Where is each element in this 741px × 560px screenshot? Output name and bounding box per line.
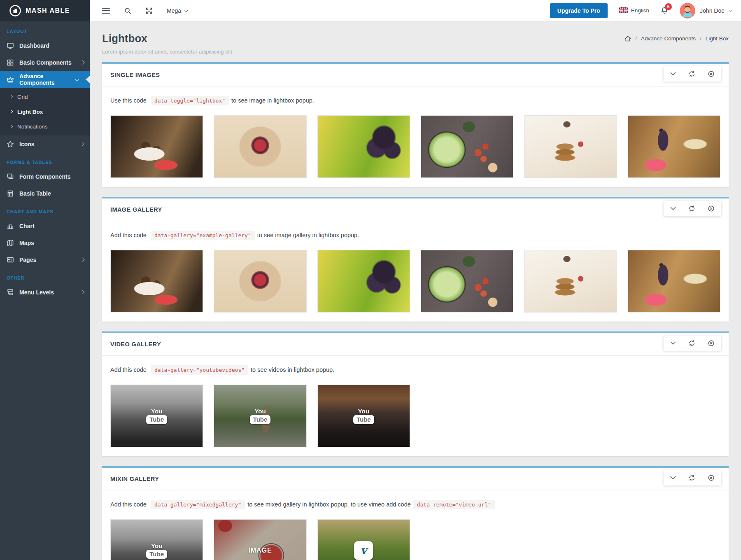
close-circle-icon[interactable] bbox=[708, 205, 715, 212]
notification-count-badge: 5 bbox=[665, 3, 672, 10]
chevron-right-icon bbox=[81, 142, 85, 146]
card-header: IMAGE GALLERY bbox=[102, 198, 729, 221]
video-thumbnail-sunset-silhouettes[interactable]: YouTube bbox=[317, 385, 410, 447]
collapse-chevron-icon[interactable] bbox=[670, 341, 676, 345]
photo-grape-vine[interactable] bbox=[317, 250, 410, 313]
sidebar-item-pages[interactable]: Pages bbox=[0, 251, 90, 268]
crown-icon bbox=[7, 76, 14, 83]
sidebar-item-form-components[interactable]: Form Components bbox=[0, 168, 90, 185]
monitor-icon bbox=[7, 42, 14, 49]
photo-strawberry-tart[interactable]: IMAGE bbox=[214, 519, 306, 560]
photo-pancake-stack[interactable] bbox=[524, 250, 617, 313]
card-header: MIXIN GALLERY bbox=[102, 468, 729, 490]
breadcrumb-separator: / bbox=[635, 35, 637, 42]
avatar bbox=[680, 3, 695, 19]
refresh-icon[interactable] bbox=[688, 474, 695, 481]
code-snippet: data-gallery="youtubevideos" bbox=[151, 365, 248, 375]
image-overlay-label: IMAGE bbox=[248, 547, 272, 554]
hamburger-menu-icon[interactable] bbox=[102, 7, 110, 14]
user-menu[interactable]: John Doe bbox=[680, 3, 732, 19]
youtube-logo: YouTube bbox=[250, 408, 271, 424]
close-circle-icon[interactable] bbox=[708, 474, 715, 481]
photo-berry-parfait[interactable] bbox=[628, 250, 720, 313]
collapse-chevron-icon[interactable] bbox=[670, 207, 676, 210]
sidebar-subitem-label: Light Box bbox=[17, 109, 43, 115]
code-snippet: data-toggle="lightbox" bbox=[151, 96, 229, 105]
sidebar-item-chart[interactable]: Chart bbox=[0, 217, 90, 234]
refresh-icon[interactable] bbox=[688, 340, 695, 347]
collapse-chevron-icon[interactable] bbox=[670, 72, 676, 76]
refresh-icon[interactable] bbox=[688, 205, 695, 212]
sidebar-item-menu-levels[interactable]: Menu Levels bbox=[0, 284, 90, 301]
nav-section-layout: LAYOUT bbox=[0, 21, 90, 37]
video-thumbnail-foggy-forest-road[interactable]: YouTube bbox=[110, 385, 203, 447]
vimeo-thumbnail-flower-field[interactable]: v bbox=[317, 519, 410, 560]
sidebar-item-label: Basic Components bbox=[19, 59, 76, 66]
collapse-chevron-icon[interactable] bbox=[670, 476, 676, 480]
language-selector[interactable]: English bbox=[619, 7, 649, 14]
sidebar-item-label: Form Components bbox=[19, 173, 84, 180]
sidebar-subitem-notifications[interactable]: Notifications bbox=[0, 119, 90, 134]
photo-veggie-salad[interactable] bbox=[421, 250, 513, 313]
language-label: English bbox=[631, 7, 649, 14]
castle-logo-icon bbox=[9, 5, 21, 17]
sidebar-item-advance-components[interactable]: Advance Components bbox=[0, 71, 90, 88]
sidebar-item-basic-components[interactable]: Basic Components bbox=[0, 54, 90, 71]
chevron-right-icon bbox=[81, 290, 85, 294]
code-snippet: data-gallery="mixedgallery" bbox=[151, 500, 245, 509]
photo-veggie-salad[interactable] bbox=[421, 115, 513, 178]
mega-menu-trigger[interactable]: Mega bbox=[167, 7, 188, 14]
sidebar-item-basic-table[interactable]: Basic Table bbox=[0, 185, 90, 202]
vimeo-logo: v bbox=[354, 541, 373, 560]
youtube-logo: YouTube bbox=[146, 543, 167, 559]
sidebar-item-label: Icons bbox=[19, 141, 76, 147]
refresh-icon[interactable] bbox=[688, 70, 695, 77]
breadcrumb-light-box[interactable]: Light Box bbox=[706, 35, 729, 42]
video-gallery-row: YouTube YouTube YouTube bbox=[110, 385, 720, 447]
sidebar-subitem-grid[interactable]: Grid bbox=[0, 89, 90, 104]
photo-chocolate-dessert-plate[interactable] bbox=[110, 115, 203, 178]
video-thumbnail-foggy-forest-road[interactable]: YouTube bbox=[110, 519, 203, 560]
video-thumbnail-girl-on-balcony[interactable]: YouTube bbox=[214, 385, 306, 447]
notifications-bell[interactable]: 5 bbox=[661, 7, 668, 14]
sidebar-item-dashboard[interactable]: Dashboard bbox=[0, 37, 90, 54]
home-icon[interactable] bbox=[624, 35, 631, 42]
sidebar-subitem-label: Grid bbox=[17, 94, 28, 100]
nav-section-chart-maps: CHART AND MAPS bbox=[0, 202, 90, 217]
photo-grape-vine[interactable] bbox=[317, 115, 410, 178]
photo-berry-bowl[interactable] bbox=[214, 250, 306, 313]
sidebar-subitem-light-box[interactable]: Light Box bbox=[0, 104, 90, 119]
card-intro-text: Use this code data-toggle="lightbox"to s… bbox=[110, 97, 720, 104]
sidebar-subitem-label: Notifications bbox=[17, 124, 48, 130]
card-controls bbox=[664, 66, 721, 82]
topbar: Mega Upgrade To Pro English bbox=[90, 0, 741, 21]
close-circle-icon[interactable] bbox=[708, 70, 715, 77]
photo-chocolate-dessert-plate[interactable] bbox=[110, 250, 203, 313]
card-intro-text: Add this code data-gallery="example-gall… bbox=[110, 232, 720, 238]
close-circle-icon[interactable] bbox=[708, 340, 715, 347]
upgrade-to-pro-button[interactable]: Upgrade To Pro bbox=[550, 3, 608, 18]
sidebar-item-maps[interactable]: Maps bbox=[0, 234, 90, 251]
sidebar-item-icons[interactable]: Icons bbox=[0, 135, 90, 152]
menu-levels-icon bbox=[7, 289, 14, 296]
image-gallery-row bbox=[110, 250, 720, 313]
fullscreen-icon[interactable] bbox=[145, 7, 153, 14]
search-icon[interactable] bbox=[124, 7, 131, 14]
sidebar: MASH ABLE LAYOUT Dashboard Basic Compone… bbox=[0, 0, 90, 560]
breadcrumb-advance-components[interactable]: Advance Components bbox=[641, 35, 696, 42]
nav-section-forms-tables: FORMS & TABLES bbox=[0, 152, 90, 168]
breadcrumb-separator: / bbox=[700, 35, 701, 42]
star-icon bbox=[7, 140, 14, 148]
chevron-down-icon bbox=[184, 8, 189, 12]
photo-berry-bowl[interactable] bbox=[214, 115, 306, 178]
card-intro-text: Add this code data-gallery="youtubevideo… bbox=[110, 366, 720, 373]
brand-logo[interactable]: MASH ABLE bbox=[0, 0, 90, 21]
single-images-row bbox=[110, 115, 720, 178]
youtube-logo: YouTube bbox=[146, 408, 167, 424]
photo-pancake-stack[interactable] bbox=[524, 115, 617, 178]
chevron-down-icon bbox=[75, 77, 79, 82]
code-snippet: data-remote="vimeo url" bbox=[413, 500, 495, 509]
sidebar-item-label: Pages bbox=[19, 257, 76, 263]
photo-berry-parfait[interactable] bbox=[628, 115, 720, 178]
card-title: IMAGE GALLERY bbox=[110, 206, 162, 213]
